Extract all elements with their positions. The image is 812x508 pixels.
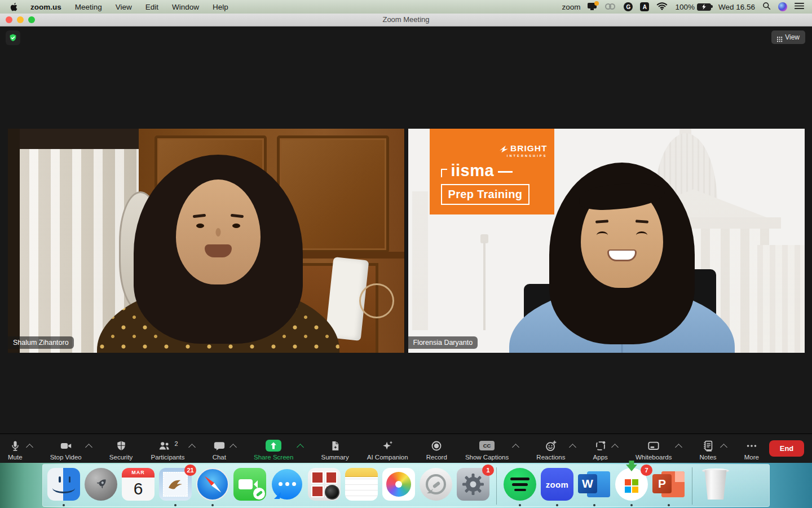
dock-trash[interactable] xyxy=(698,467,733,502)
security-button[interactable]: Security xyxy=(109,440,133,461)
notes-options-chevron[interactable] xyxy=(720,444,727,451)
dock-spotify[interactable] xyxy=(502,467,537,502)
toolbar-buttons: Mute Stop Video Security xyxy=(8,437,759,461)
dock-calendar[interactable]: MAR 6 xyxy=(121,467,156,502)
mute-options-chevron[interactable] xyxy=(26,444,33,451)
share-screen-button[interactable]: Share Screen xyxy=(254,440,293,461)
summary-button[interactable]: Summary xyxy=(321,440,348,461)
chat-options-chevron[interactable] xyxy=(230,444,237,451)
mute-button[interactable]: Mute xyxy=(8,440,23,461)
photo-booth-icon xyxy=(308,468,341,501)
video-tile-florensia[interactable]: BRIGHT INTERNSHIPS iisma Prep Training F… xyxy=(408,129,805,353)
share-options-chevron[interactable] xyxy=(297,444,304,451)
dock-messages[interactable] xyxy=(270,467,304,502)
launchpad-icon xyxy=(85,468,117,501)
whiteboards-group: Whiteboards xyxy=(636,440,682,461)
running-indicator xyxy=(174,504,176,506)
record-label: Record xyxy=(426,454,447,461)
notebook-icon xyxy=(702,440,714,452)
smiling-mouth xyxy=(607,249,637,261)
chat-button[interactable]: Chat xyxy=(213,440,226,461)
camera-shape xyxy=(239,479,253,489)
participants-button[interactable]: 2 Participants xyxy=(151,440,184,461)
captions-options-chevron[interactable] xyxy=(512,444,519,451)
share-screen-icon xyxy=(266,440,281,452)
wifi-icon[interactable] xyxy=(656,2,668,12)
end-meeting-button[interactable]: End xyxy=(769,440,804,457)
chat-group: Chat xyxy=(213,440,236,461)
dock-finder[interactable] xyxy=(46,467,81,502)
video-tile-shalum[interactable]: Shalum Zihantoro xyxy=(8,129,405,353)
record-group: Record xyxy=(426,440,447,461)
autoupdate-badge: 7 xyxy=(641,465,652,476)
apple-menu-icon[interactable] xyxy=(0,2,24,11)
screen-share-indicator-icon[interactable] xyxy=(588,3,598,11)
whiteboards-button[interactable]: Whiteboards xyxy=(636,440,672,461)
dock-launchpad[interactable] xyxy=(83,467,118,502)
zoom-toolbar: Mute Stop Video Security xyxy=(0,433,812,463)
facetime-icon xyxy=(233,468,266,501)
ms-square-red xyxy=(625,479,631,485)
calendar-day: 6 xyxy=(122,478,155,500)
running-indicator xyxy=(668,504,670,506)
reactions-options-chevron[interactable] xyxy=(569,444,576,451)
smiling-eye xyxy=(636,231,647,239)
spotlight-search-icon[interactable] xyxy=(762,2,771,12)
dock-facetime[interactable] xyxy=(232,467,267,502)
menu-help[interactable]: Help xyxy=(206,3,235,11)
creative-cloud-icon[interactable] xyxy=(605,3,616,10)
ai-companion-button[interactable]: AI Companion xyxy=(367,440,408,461)
reactions-button[interactable]: Reactions xyxy=(536,440,565,461)
phone-sub-badge xyxy=(253,488,265,500)
dock-word[interactable]: W xyxy=(577,467,612,502)
dock-microsoft-autoupdate[interactable]: 7 xyxy=(614,467,649,502)
whiteboards-options-chevron[interactable] xyxy=(676,444,683,451)
input-source-icon[interactable]: A xyxy=(640,2,649,11)
menubar-clock[interactable]: Wed 16.56 xyxy=(718,3,755,11)
window-titlebar[interactable]: Zoom Meeting xyxy=(0,14,812,27)
dock-whatsapp[interactable] xyxy=(418,467,453,502)
view-button[interactable]: View xyxy=(771,30,805,44)
more-button[interactable]: More xyxy=(744,440,759,461)
video-options-chevron[interactable] xyxy=(85,444,92,451)
show-captions-button[interactable]: CC Show Captions xyxy=(465,440,509,461)
more-group: More xyxy=(744,440,759,461)
dock-safari[interactable] xyxy=(195,467,230,502)
record-button[interactable]: Record xyxy=(426,440,447,461)
banner-title-box: Prep Training xyxy=(441,184,530,205)
view-button-label: View xyxy=(785,33,800,41)
dock-powerpoint[interactable]: P xyxy=(651,467,686,502)
dock-zoom[interactable]: zoom xyxy=(540,467,575,502)
notes-button[interactable]: Notes xyxy=(700,440,717,461)
running-indicator xyxy=(519,504,521,506)
menu-window[interactable]: Window xyxy=(165,3,206,11)
zoom-status-label[interactable]: zoom xyxy=(562,3,580,11)
dock-system-preferences[interactable]: 1 xyxy=(456,467,491,502)
record-circle-icon xyxy=(430,440,443,452)
grammarly-icon[interactable]: G xyxy=(624,2,633,11)
siri-icon[interactable] xyxy=(778,2,787,11)
show-captions-label: Show Captions xyxy=(465,454,509,461)
smiley-plus-icon xyxy=(544,440,558,452)
dock-mail[interactable]: 21 xyxy=(158,467,193,502)
battery-icon xyxy=(697,3,711,11)
dock-notes[interactable] xyxy=(344,467,379,502)
participant-name-label: Shalum Zihantoro xyxy=(8,336,74,349)
menu-edit[interactable]: Edit xyxy=(139,3,165,11)
menu-meeting[interactable]: Meeting xyxy=(68,3,109,11)
microphone-icon xyxy=(9,440,21,452)
notification-center-icon[interactable] xyxy=(795,2,804,11)
share-screen-group: Share Screen xyxy=(254,440,303,461)
dock-photos[interactable] xyxy=(381,467,416,502)
battery-indicator[interactable]: 100% xyxy=(675,3,711,11)
stop-video-button[interactable]: Stop Video xyxy=(50,440,82,461)
apps-button[interactable]: Apps xyxy=(593,440,608,461)
meeting-security-shield-icon[interactable] xyxy=(6,30,20,45)
apps-options-chevron[interactable] xyxy=(611,444,619,451)
more-label: More xyxy=(744,454,759,461)
participants-options-chevron[interactable] xyxy=(188,444,196,451)
menubar-app-name[interactable]: zoom.us xyxy=(24,3,68,11)
menu-view[interactable]: View xyxy=(109,3,139,11)
dock-photo-booth[interactable] xyxy=(307,467,342,502)
macos-menubar: zoom.us Meeting View Edit Window Help zo… xyxy=(0,0,812,14)
